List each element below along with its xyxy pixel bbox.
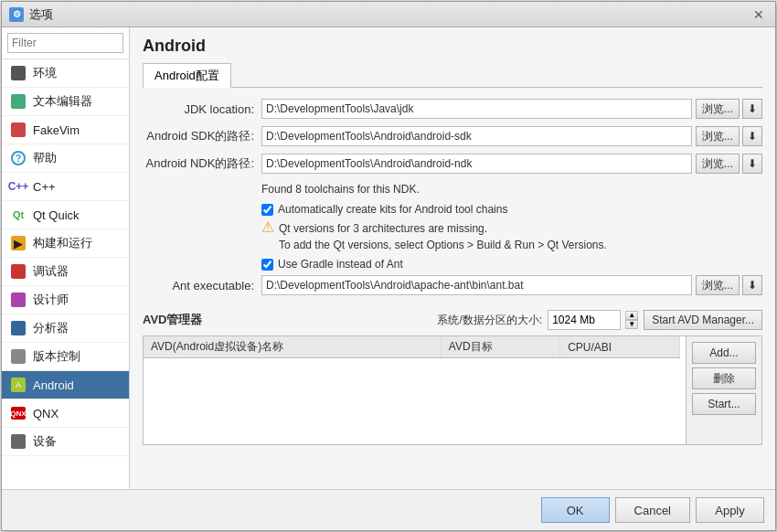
help-icon: ? (9, 149, 27, 167)
use-gradle-checkbox[interactable] (261, 259, 273, 271)
sidebar-item-label: 调试器 (33, 263, 69, 280)
avd-header: AVD管理器 系统/数据分区的大小: ▲ ▼ Start AVD Manager… (143, 310, 762, 330)
ndk-path-input[interactable] (261, 154, 692, 174)
sidebar-item-text-editor[interactable]: 文本编辑器 (2, 88, 129, 116)
ant-browse-button[interactable]: 浏览... (696, 275, 740, 295)
sidebar-item-label: 设计师 (33, 292, 69, 308)
sdk-path-row: Android SDK的路径: 浏览... ⬇ (143, 126, 762, 146)
sidebar-item-version[interactable]: 版本控制 (2, 343, 129, 371)
avd-add-button[interactable]: Add... (692, 342, 756, 364)
avd-table-container: AVD(Android虚拟设备)名称 AVD目标 CPU/ABI Add... … (143, 335, 762, 445)
sidebar-item-cpp[interactable]: C++ C++ (2, 173, 129, 201)
sidebar-item-qtquick[interactable]: Qt Qt Quick (2, 201, 129, 229)
page-title: Android (143, 37, 762, 56)
sidebar-item-label: 分析器 (33, 320, 69, 336)
avd-section-label: AVD管理器 (143, 312, 202, 328)
auto-create-kits-row: Automatically create kits for Android to… (261, 203, 762, 216)
sidebar-item-label: 设备 (33, 433, 57, 450)
env-icon (9, 64, 27, 82)
dialog-footer: OK Cancel Apply (2, 489, 775, 530)
sidebar-item-fakevim[interactable]: FakeVim (2, 116, 129, 144)
analyzer-icon (9, 319, 27, 337)
ant-executable-row: Ant executable: 浏览... ⬇ (143, 275, 762, 295)
build-icon: ▶ (9, 234, 27, 252)
device-icon (9, 432, 27, 451)
filter-box (2, 27, 129, 59)
android-icon: A (9, 376, 27, 394)
ndk-path-row: Android NDK的路径: 浏览... ⬇ (143, 154, 762, 174)
sidebar-item-label: C++ (33, 180, 56, 194)
sidebar-item-debug[interactable]: 调试器 (2, 258, 129, 286)
ndk-browse-button[interactable]: 浏览... (696, 154, 740, 174)
sidebar-item-qnx[interactable]: QNX QNX (2, 399, 129, 428)
avd-header-right: 系统/数据分区的大小: ▲ ▼ Start AVD Manager... (437, 310, 762, 330)
ndk-path-label: Android NDK的路径: (143, 155, 261, 172)
sidebar-item-label: FakeVim (33, 123, 80, 137)
use-gradle-label: Use Gradle instead of Ant (278, 258, 403, 271)
auto-create-kits-checkbox[interactable] (261, 204, 273, 216)
sidebar-item-device[interactable]: 设备 (2, 428, 129, 456)
sidebar-item-designer[interactable]: 设计师 (2, 286, 129, 314)
sidebar-item-label: QNX (33, 407, 59, 420)
qtquick-icon: Qt (9, 206, 27, 224)
avd-delete-button[interactable]: 删除 (692, 367, 756, 389)
jdk-location-row: JDK location: 浏览... ⬇ (143, 99, 762, 119)
auto-create-kits-label: Automatically create kits for Android to… (278, 203, 507, 216)
sidebar-item-label: 文本编辑器 (33, 93, 92, 110)
sdk-path-label: Android SDK的路径: (143, 128, 261, 144)
cpp-icon: C++ (9, 177, 27, 196)
avd-start-button[interactable]: Start... (692, 393, 756, 415)
use-gradle-row: Use Gradle instead of Ant (261, 258, 762, 271)
avd-col-cpu: CPU/ABI (560, 336, 680, 358)
avd-section: AVD管理器 系统/数据分区的大小: ▲ ▼ Start AVD Manager… (143, 310, 762, 445)
sidebar-item-label: Android (33, 378, 74, 392)
ant-executable-label: Ant executable: (143, 279, 261, 293)
avd-side-buttons: Add... 删除 Start... (686, 336, 761, 444)
sidebar-item-analyzer[interactable]: 分析器 (2, 314, 129, 343)
avd-table: AVD(Android虚拟设备)名称 AVD目标 CPU/ABI (144, 336, 680, 444)
tab-bar: Android配置 (143, 63, 762, 88)
toolchains-text: Found 8 toolchains for this NDK. (261, 183, 420, 196)
warning-line1: Qt versions for 3 architectures are miss… (279, 220, 607, 237)
sidebar-item-label: Qt Quick (33, 208, 80, 222)
jdk-location-input[interactable] (261, 99, 692, 119)
title-bar-left: ⚙ 选项 (9, 6, 53, 23)
jdk-location-label: JDK location: (143, 102, 261, 116)
main-content: Android Android配置 JDK location: 浏览... ⬇ … (130, 27, 775, 489)
title-bar: ⚙ 选项 ✕ (2, 2, 775, 27)
ant-download-button[interactable]: ⬇ (742, 275, 762, 295)
avd-col-name: AVD(Android虚拟设备)名称 (144, 336, 441, 358)
tab-android-config[interactable]: Android配置 (143, 63, 231, 88)
jdk-browse-button[interactable]: 浏览... (696, 99, 740, 119)
fakevim-icon (9, 121, 27, 139)
sidebar-item-label: 环境 (33, 65, 57, 81)
ndk-download-button[interactable]: ⬇ (742, 154, 762, 174)
apply-button[interactable]: Apply (696, 497, 764, 523)
start-avd-manager-button[interactable]: Start AVD Manager... (644, 310, 762, 330)
ant-executable-input[interactable] (261, 275, 692, 295)
sidebar-item-build[interactable]: ▶ 构建和运行 (2, 229, 129, 258)
sdk-path-input[interactable] (261, 126, 692, 146)
dialog-title: 选项 (29, 6, 53, 23)
jdk-download-button[interactable]: ⬇ (742, 99, 762, 119)
sidebar-item-help[interactable]: ? 帮助 (2, 144, 129, 173)
close-button[interactable]: ✕ (750, 5, 768, 24)
avd-size-spin: ▲ ▼ (625, 311, 638, 329)
avd-col-target: AVD目标 (441, 336, 559, 358)
ok-button[interactable]: OK (541, 497, 610, 523)
sidebar-item-env[interactable]: 环境 (2, 59, 129, 88)
debug-icon (9, 262, 27, 281)
spin-down-button[interactable]: ▼ (625, 320, 638, 329)
sdk-download-button[interactable]: ⬇ (742, 126, 762, 146)
cancel-button[interactable]: Cancel (615, 497, 690, 523)
sidebar-item-label: 帮助 (33, 150, 57, 166)
sidebar-item-label: 构建和运行 (33, 235, 92, 251)
warning-icon: ⚠ (261, 218, 274, 236)
sidebar-item-android[interactable]: A Android (2, 371, 129, 399)
avd-size-input[interactable] (548, 310, 621, 330)
sdk-browse-button[interactable]: 浏览... (696, 126, 740, 146)
spin-up-button[interactable]: ▲ (625, 311, 638, 320)
warning-line2: To add the Qt versions, select Options >… (279, 237, 607, 253)
filter-input[interactable] (7, 33, 123, 53)
designer-icon (9, 291, 27, 309)
